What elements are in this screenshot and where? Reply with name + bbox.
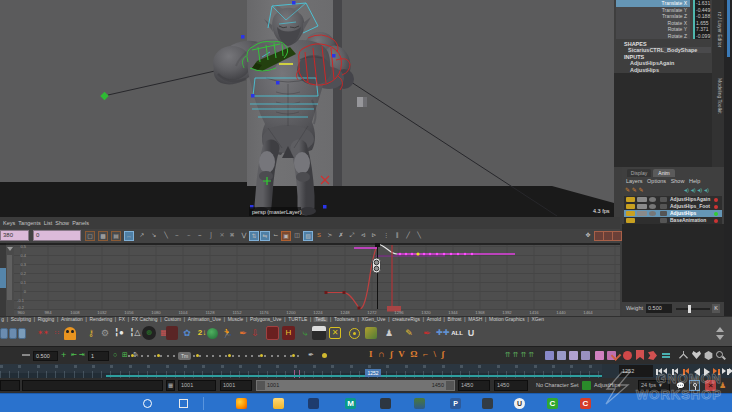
svg-text:4.3 fps: 4.3 fps [593,208,610,214]
svg-text:persp (masterLayer): persp (masterLayer) [252,209,302,215]
